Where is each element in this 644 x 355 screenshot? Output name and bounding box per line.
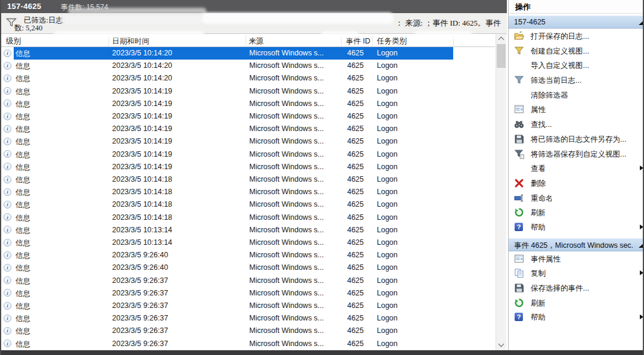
action-item[interactable]: 清除筛选器 <box>509 88 643 102</box>
task-category-cell: Logon <box>377 74 398 82</box>
event-id-cell: 4625 <box>335 150 364 158</box>
scrollbar-thumb[interactable] <box>497 44 506 68</box>
datetime-cell: 2023/3/5 10:14:19 <box>112 150 172 158</box>
collapse-icon[interactable] <box>639 243 644 248</box>
action-item[interactable]: 筛选当前日志... <box>509 73 643 88</box>
table-row[interactable]: i信息2023/3/5 10:14:19Microsoft Windows s.… <box>1 85 495 98</box>
table-row[interactable]: i信息2023/3/5 10:14:19Microsoft Windows s.… <box>1 98 495 110</box>
action-item[interactable]: 查看 <box>509 161 643 176</box>
table-row[interactable]: i信息2023/3/5 10:14:18Microsoft Windows s.… <box>1 173 495 186</box>
column-header[interactable]: 日期和时间 <box>112 36 150 46</box>
column-header[interactable]: 来源 <box>249 36 264 46</box>
action-item-label: 帮助 <box>531 223 546 233</box>
action-item[interactable]: ?帮助 <box>509 310 643 325</box>
table-row[interactable]: i信息2023/3/5 10:14:18Microsoft Windows s.… <box>1 186 495 198</box>
table-row[interactable]: i信息2023/3/5 10:14:20Microsoft Windows s.… <box>1 60 495 72</box>
action-item[interactable]: ?帮助 <box>509 220 643 235</box>
column-header[interactable]: 事件 ID <box>346 36 370 46</box>
vertical-scrollbar[interactable] <box>496 34 506 350</box>
column-header[interactable]: 任务类别 <box>377 36 407 46</box>
source-cell: Microsoft Windows s... <box>249 326 324 335</box>
submenu-arrow-icon <box>640 270 643 275</box>
information-level-icon: i <box>4 251 11 259</box>
datetime-cell: 2023/3/5 10:14:18 <box>112 188 172 196</box>
source-cell: Microsoft Windows s... <box>249 137 324 145</box>
source-cell: Microsoft Windows s... <box>249 124 324 133</box>
action-item-label: 打开保存的日志... <box>531 32 589 42</box>
properties-icon <box>514 104 524 114</box>
action-item[interactable]: 刷新 <box>509 295 643 310</box>
column-header[interactable]: 级别 <box>6 36 21 46</box>
table-row[interactable]: i信息2023/3/5 9:26:40Microsoft Windows s..… <box>1 249 495 261</box>
table-row[interactable]: i信息2023/3/5 9:26:40Microsoft Windows s..… <box>1 261 495 274</box>
table-row[interactable]: i信息2023/3/5 10:14:18Microsoft Windows s.… <box>1 211 495 224</box>
action-item[interactable]: 重命名 <box>509 191 643 205</box>
collapse-icon[interactable] <box>639 20 644 25</box>
table-row[interactable]: i信息2023/3/5 10:14:19Microsoft Windows s.… <box>1 161 495 173</box>
action-section-header[interactable]: 事件 4625，Microsoft Windows sec... <box>509 238 643 251</box>
event-id-cell: 4625 <box>335 175 364 183</box>
datetime-cell: 2023/3/5 10:14:20 <box>112 61 172 70</box>
table-row[interactable]: i信息2023/3/5 9:26:37Microsoft Windows s..… <box>1 338 495 350</box>
action-section-header[interactable]: 157-4625 <box>509 15 643 29</box>
action-item[interactable]: 打开保存的日志... <box>509 29 643 43</box>
table-row[interactable]: i信息2023/3/5 10:14:19Microsoft Windows s.… <box>1 135 495 148</box>
table-row[interactable]: i信息2023/3/5 9:26:37Microsoft Windows s..… <box>1 300 495 312</box>
source-cell: Microsoft Windows s... <box>249 276 324 285</box>
source-cell: Microsoft Windows s... <box>249 200 324 208</box>
action-item[interactable]: 复制 <box>509 266 643 281</box>
table-row[interactable]: i信息2023/3/5 10:14:19Microsoft Windows s.… <box>1 148 495 161</box>
level-cell: 信息 <box>16 301 30 312</box>
table-row[interactable]: i信息2023/3/5 10:14:19Microsoft Windows s.… <box>1 123 495 135</box>
table-row[interactable]: i信息2023/3/5 9:26:37Microsoft Windows s..… <box>1 275 495 287</box>
task-category-cell: Logon <box>377 251 398 259</box>
datetime-cell: 2023/3/5 10:14:18 <box>112 200 172 208</box>
action-item[interactable]: 查找... <box>509 117 643 132</box>
action-item[interactable]: 删除 <box>509 176 643 191</box>
action-item[interactable]: 保存选择的事件... <box>509 281 643 295</box>
binoculars-icon <box>514 119 524 129</box>
table-row[interactable]: i信息2023/3/5 10:14:20Microsoft Windows s.… <box>1 47 495 60</box>
action-item[interactable]: 刷新 <box>509 205 643 220</box>
information-level-icon: i <box>4 302 11 310</box>
event-id-cell: 4625 <box>335 61 364 70</box>
action-item[interactable]: 将筛选器保存到自定义视图... <box>509 147 643 161</box>
table-row[interactable]: i信息2023/3/5 10:13:14Microsoft Windows s.… <box>1 236 495 249</box>
action-item-label: 查找... <box>531 120 552 130</box>
event-id-cell: 4625 <box>335 49 364 57</box>
information-level-icon: i <box>4 150 11 158</box>
table-row[interactable]: i信息2023/3/5 9:26:37Microsoft Windows s..… <box>1 325 495 337</box>
action-item[interactable]: 导入自定义视图... <box>509 58 643 73</box>
action-item[interactable]: 事件属性 <box>509 251 643 266</box>
source-cell: Microsoft Windows s... <box>249 251 324 259</box>
action-item-label: 将已筛选的日志文件另存为... <box>531 135 626 145</box>
table-row[interactable]: i信息2023/3/5 10:14:20Microsoft Windows s.… <box>1 72 495 85</box>
action-item[interactable]: 将已筛选的日志文件另存为... <box>509 132 643 147</box>
section-title: 事件 4625，Microsoft Windows sec... <box>514 241 633 251</box>
table-row[interactable]: i信息2023/3/5 10:14:19Microsoft Windows s.… <box>1 110 495 123</box>
table-row[interactable]: i信息2023/3/5 9:26:37Microsoft Windows s..… <box>1 312 495 325</box>
level-cell: 信息 <box>16 200 30 210</box>
task-category-cell: Logon <box>377 340 398 348</box>
information-level-icon: i <box>4 213 11 221</box>
action-item[interactable]: 属性 <box>509 102 643 117</box>
table-row[interactable]: i信息2023/3/5 9:26:37Microsoft Windows s..… <box>1 287 495 300</box>
submenu-arrow-icon <box>640 225 643 229</box>
action-item[interactable]: 创建自定义视图... <box>509 43 643 58</box>
task-category-cell: Logon <box>377 150 398 158</box>
datetime-cell: 2023/3/5 10:14:20 <box>112 74 172 82</box>
save-icon <box>514 134 524 144</box>
action-item-label: 帮助 <box>531 313 546 323</box>
action-item-label: 属性 <box>531 105 546 115</box>
datetime-cell: 2023/3/5 9:26:37 <box>112 289 168 297</box>
level-cell: 信息 <box>16 87 30 97</box>
scroll-down-button[interactable] <box>496 340 506 350</box>
scroll-up-button[interactable] <box>496 34 506 44</box>
table-row[interactable]: i信息2023/3/5 10:13:14Microsoft Windows s.… <box>1 224 495 236</box>
source-cell: Microsoft Windows s... <box>249 289 324 297</box>
log-name: 157-4625 <box>7 2 41 11</box>
table-row[interactable]: i信息2023/3/5 10:14:18Microsoft Windows s.… <box>1 198 495 211</box>
column-divider <box>109 35 109 46</box>
information-level-icon: i <box>4 226 11 233</box>
actions-sections: 157-4625打开保存的日志...创建自定义视图...导入自定义视图...筛选… <box>509 15 643 325</box>
